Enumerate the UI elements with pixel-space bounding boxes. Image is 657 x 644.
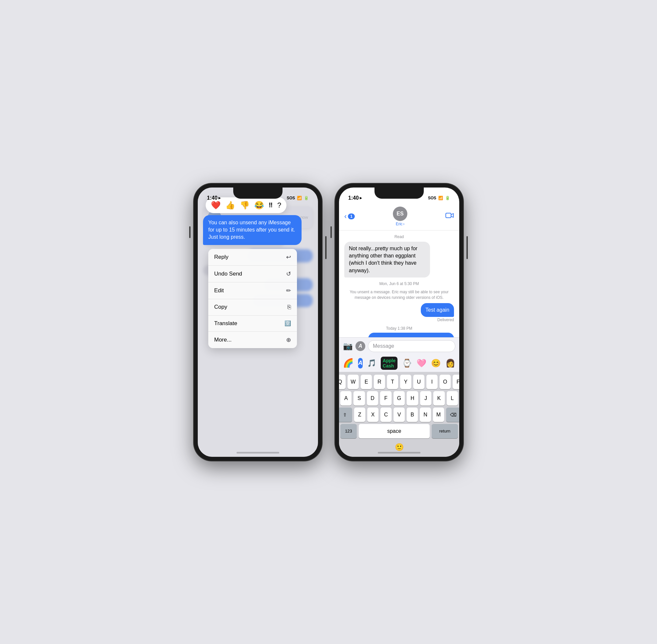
apps-icon[interactable]: A <box>356 341 365 351</box>
status-right-left: SOS 📶 🔋 <box>287 196 309 200</box>
menu-label-translate: Translate <box>214 320 237 327</box>
camera-icon[interactable]: 📷 <box>343 342 353 351</box>
chat-area: Read Not really...pretty much up for any… <box>339 231 459 337</box>
edit-icon: ✏ <box>286 287 291 294</box>
keyboard-row-1: Q W E R T Y U I O P <box>340 375 458 389</box>
input-area: 📷 A Message <box>339 337 459 355</box>
key-o[interactable]: O <box>439 375 451 389</box>
header-center: ES Eric › <box>393 207 407 226</box>
key-t[interactable]: T <box>387 375 398 389</box>
key-c[interactable]: C <box>380 408 391 422</box>
key-shift[interactable]: ⇧ <box>339 408 352 422</box>
messages-header: ‹ 1 ES Eric › <box>339 204 459 231</box>
time-left: 1:40 ▸ <box>207 195 221 201</box>
key-b[interactable]: B <box>407 408 418 422</box>
key-h[interactable]: H <box>407 391 418 406</box>
key-q[interactable]: Q <box>339 375 345 389</box>
location-icon-right: ▸ <box>360 196 362 200</box>
key-i[interactable]: I <box>426 375 437 389</box>
audio-app-icon[interactable]: 🎵 <box>367 359 376 367</box>
key-n[interactable]: N <box>420 408 431 422</box>
watch-app-icon[interactable]: ⌚ <box>402 359 412 368</box>
wifi-icon-right: 📶 <box>438 196 443 200</box>
left-phone: 1:40 ▸ SOS 📶 🔋 John Clover now <box>194 184 322 461</box>
copy-icon: ⎘ <box>288 304 291 311</box>
unsent-msg-1: You unsent a message. Eric may still be … <box>344 289 454 300</box>
key-m[interactable]: M <box>433 408 444 422</box>
context-menu: Reply ↩ Undo Send ↺ Edit ✏ Copy ⎘ <box>208 249 297 348</box>
key-r[interactable]: R <box>374 375 385 389</box>
message-right-2: This is an example of editing a message … <box>368 333 454 337</box>
translate-icon: 🈳 <box>285 320 291 326</box>
sos-left: SOS <box>287 196 295 200</box>
message-right-1: Test again <box>421 303 454 317</box>
key-d[interactable]: D <box>367 391 378 406</box>
svg-rect-0 <box>446 213 451 218</box>
photos-app-icon[interactable]: 🌈 <box>343 358 354 368</box>
key-return[interactable]: return <box>432 424 458 438</box>
app-icon-bar: 🌈 A 🎵 AppleCash ⌚ 🩷 😊 👩 <box>339 355 459 372</box>
menu-label-reply: Reply <box>214 254 228 260</box>
key-x[interactable]: X <box>367 408 379 422</box>
sos-right: SOS <box>428 196 436 200</box>
key-a[interactable]: A <box>340 391 352 406</box>
key-g[interactable]: G <box>393 391 405 406</box>
menu-item-reply[interactable]: Reply ↩ <box>208 249 297 266</box>
msg-right-wrapper-2: This is an example of editing a message … <box>344 333 454 337</box>
key-w[interactable]: W <box>347 375 359 389</box>
wifi-icon-left: 📶 <box>297 196 302 200</box>
menu-item-copy[interactable]: Copy ⎘ <box>208 299 297 316</box>
menu-item-edit[interactable]: Edit ✏ <box>208 282 297 299</box>
appstore-app-icon[interactable]: A <box>358 358 363 368</box>
key-z[interactable]: Z <box>354 408 365 422</box>
battery-icon-right: 🔋 <box>445 196 450 200</box>
keyboard-row-2: A S D F G H J K L <box>340 391 458 406</box>
key-y[interactable]: Y <box>400 375 411 389</box>
key-p[interactable]: P <box>453 375 459 389</box>
video-call-button[interactable] <box>446 212 454 221</box>
menu-item-undo-send[interactable]: Undo Send ↺ <box>208 266 297 282</box>
key-numbers[interactable]: 123 <box>340 424 357 438</box>
message-input[interactable]: Message <box>368 340 455 352</box>
key-e[interactable]: E <box>361 375 372 389</box>
memoji-app-icon-1[interactable]: 😊 <box>431 359 441 368</box>
key-s[interactable]: S <box>354 391 365 406</box>
menu-label-undo-send: Undo Send <box>214 271 242 277</box>
back-button[interactable]: ‹ 1 <box>344 212 355 221</box>
key-backspace[interactable]: ⌫ <box>446 408 459 422</box>
home-indicator-right <box>378 452 421 454</box>
undo-send-icon: ↺ <box>286 270 291 277</box>
battery-icon-left: 🔋 <box>304 196 309 200</box>
key-j[interactable]: J <box>420 391 431 406</box>
time-right: 1:40 ▸ <box>348 195 362 201</box>
reply-icon: ↩ <box>286 254 291 261</box>
delivered-label: Delivered <box>437 318 454 322</box>
back-chevron-icon: ‹ <box>344 212 346 221</box>
key-v[interactable]: V <box>393 408 405 422</box>
contact-avatar[interactable]: ES <box>393 207 407 221</box>
bottom-bar: 🙂 <box>339 442 459 457</box>
key-k[interactable]: K <box>433 391 445 406</box>
message-bubble-left: You can also unsend any iMessage for up … <box>203 215 301 245</box>
cash-app-icon[interactable]: AppleCash <box>381 356 398 370</box>
key-l[interactable]: L <box>447 391 458 406</box>
key-space[interactable]: space <box>359 424 430 438</box>
keyboard-row-4: 123 space return <box>340 424 458 438</box>
emoji-icon[interactable]: 🙂 <box>390 443 409 452</box>
status-right-right: SOS 📶 🔋 <box>428 196 450 200</box>
menu-label-more: More... <box>214 337 232 343</box>
notch-right <box>375 187 424 199</box>
key-u[interactable]: U <box>413 375 425 389</box>
message-left-1: Not really...pretty much up for anything… <box>344 242 430 278</box>
heart-app-icon[interactable]: 🩷 <box>416 359 426 368</box>
timestamp-2: Today 1:38 PM <box>344 326 454 331</box>
key-f[interactable]: F <box>380 391 391 406</box>
menu-item-translate[interactable]: Translate 🈳 <box>208 316 297 332</box>
more-icon: ⊕ <box>286 336 291 344</box>
read-label: Read <box>344 234 454 239</box>
contact-name[interactable]: Eric › <box>396 222 405 226</box>
menu-item-more[interactable]: More... ⊕ <box>208 332 297 348</box>
memoji-app-icon-2[interactable]: 👩 <box>446 359 455 368</box>
notch-left <box>233 187 282 199</box>
chevron-icon: › <box>403 222 404 226</box>
